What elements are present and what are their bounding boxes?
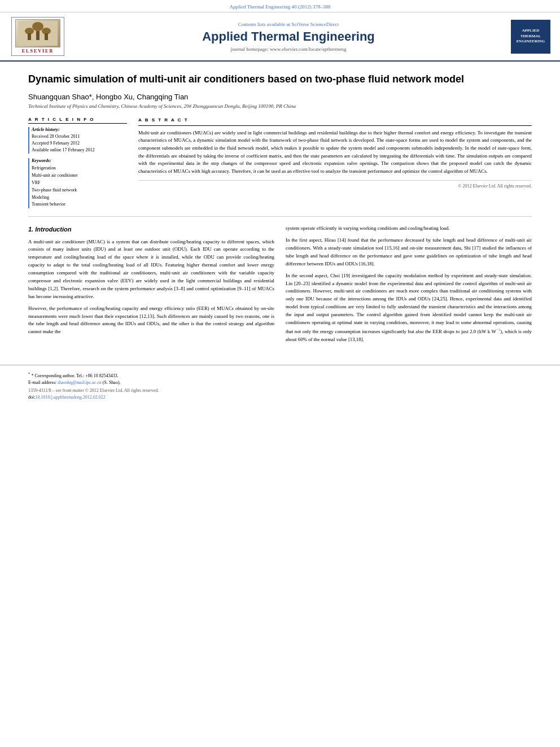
email-name: (S. Shao). [103,380,121,385]
body-para-5: In the second aspect, Choi [19] investig… [286,272,532,344]
affiliation: Technical Institute of Physics and Chemi… [28,103,532,109]
keyword-3: VRF [32,180,127,187]
journal-title: Applied Thermal Engineering [75,29,502,44]
corresponding-text: * Corresponding author. Tel.: +86 10 825… [32,373,119,378]
abstract-label: A B S T R A C T [138,117,532,125]
section1-title: 1. Introduction [28,225,274,234]
right-logo-line3: ENGINEERING [517,39,545,45]
journal-logo-right: APPLIED THERMAL ENGINEERING [508,20,553,54]
sciverse-link-text[interactable]: SciVerse ScienceDirect [291,21,339,27]
article-info-col: A R T I C L E I N F O Article history: R… [28,117,127,208]
keyword-1: Refrigeration [32,165,127,172]
section-divider [28,216,532,217]
journal-header: ELSEVIER Contents lists available at Sci… [0,12,560,62]
svg-rect-5 [28,33,31,40]
journal-ref-bar: Applied Thermal Engineering 40 (2012) 37… [0,0,560,12]
homepage-link: journal homepage: www.elsevier.com/locat… [75,46,502,52]
page: Applied Thermal Engineering 40 (2012) 37… [0,0,560,747]
history-label: Article history: [32,127,127,132]
doi-text: doi: [28,395,35,400]
article-history: Article history: Received 28 October 201… [28,127,127,154]
elsevier-emblem [18,21,58,46]
body-para-4: In the first aspect, Hirao [14] found th… [286,237,532,268]
body-para-3: system operate efficiently in varying wo… [286,225,532,233]
doi-value[interactable]: 10.1016/j.applthermaleng.2012.02.022 [35,395,105,400]
copyright-line: © 2012 Elsevier Ltd. All rights reserved… [138,180,532,190]
elsevier-text: ELSEVIER [15,49,60,54]
body-para-2: However, the performance of cooling/heat… [28,305,274,337]
abstract-text: Multi-unit air conditioners (MUACs) are … [138,129,532,176]
keyword-5: Modeling [32,194,127,202]
body-col-left: 1. Introduction A multi-unit air conditi… [28,225,274,347]
keywords-section: Keywords: Refrigeration Multi-unit air c… [28,158,127,208]
asterisk-sup: * [28,372,30,376]
email-value[interactable]: shaoshq@mail.ipc.ac.cn [58,380,102,385]
svg-rect-6 [45,33,48,40]
right-logo-box: APPLIED THERMAL ENGINEERING [511,20,550,54]
email-line: E-mail address: shaoshq@mail.ipc.ac.cn (… [28,379,532,387]
right-logo-line1: APPLIED [522,28,540,34]
authors-text: Shuangquan Shao*, Hongbo Xu, Changqing T… [28,93,188,101]
elsevier-logo-area: ELSEVIER [7,17,69,56]
svg-rect-2 [36,31,40,40]
available-date: Available online 17 February 2012 [32,147,127,154]
authors-line: Shuangquan Shao*, Hongbo Xu, Changqing T… [28,93,532,101]
accepted-date: Accepted 9 February 2012 [32,140,127,147]
sciverse-prefix: Contents lists available at [238,21,291,27]
elsevier-logo-image [15,19,60,47]
article-info-label: A R T I C L E I N F O [28,117,127,124]
sciverse-line: Contents lists available at SciVerse Sci… [75,21,502,27]
received-date: Received 28 October 2011 [32,133,127,140]
journal-header-center: Contents lists available at SciVerse Sci… [69,21,508,52]
issn-line: 1359-4311/$ – see front matter © 2012 El… [28,388,532,393]
abstract-col: A B S T R A C T Multi-unit air condition… [138,117,532,208]
email-label: E-mail address: [28,380,56,385]
keyword-6: Transient behavior [32,201,127,208]
svg-point-1 [32,22,43,31]
article-title: Dynamic simulation of multi-unit air con… [28,73,532,86]
info-abstract-row: A R T I C L E I N F O Article history: R… [28,117,532,208]
doi-line: doi:10.1016/j.applthermaleng.2012.02.022 [28,395,532,400]
elsevier-logo-box: ELSEVIER [11,17,64,56]
body-columns: 1. Introduction A multi-unit air conditi… [28,225,532,347]
corresponding-note: * * Corresponding author. Tel.: +86 10 8… [28,371,532,379]
body-col-right: system operate efficiently in varying wo… [286,225,532,347]
keyword-4: Two-phase fluid network [32,187,127,194]
keyword-2: Multi-unit air conditioner [32,172,127,180]
keywords-label: Keywords: [32,158,127,163]
body-para-1: A multi-unit air conditioner (MUAC) is a… [28,238,274,301]
right-logo-line2: THERMAL [520,34,541,40]
main-content: Dynamic simulation of multi-unit air con… [0,62,560,359]
journal-ref-text: Applied Thermal Engineering 40 (2012) 37… [229,4,330,10]
footer-area: * * Corresponding author. Tel.: +86 10 8… [0,365,560,403]
